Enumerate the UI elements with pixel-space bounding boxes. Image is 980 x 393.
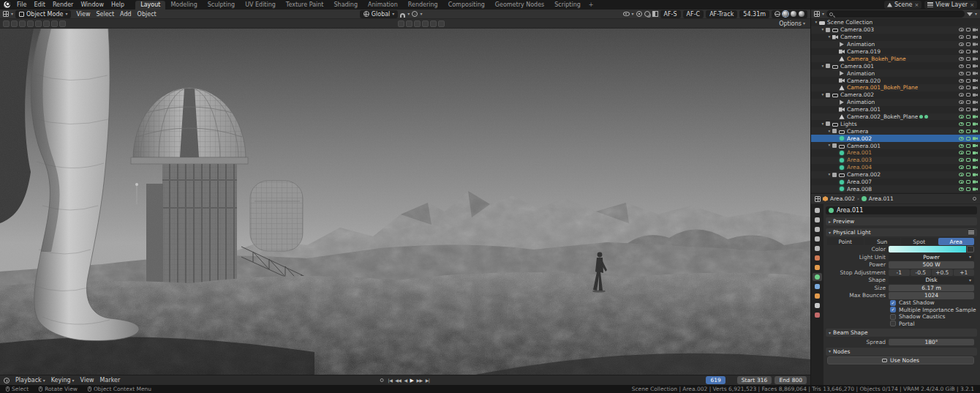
outliner-row-area-007[interactable]: Area.007: [811, 179, 980, 186]
workspace-tab-sculpting[interactable]: Sculpting: [203, 1, 240, 10]
overlays-icon[interactable]: [644, 11, 650, 17]
disable-in-renders-toggle-icon[interactable]: [973, 180, 978, 184]
mode-dropdown[interactable]: Object Mode ▾: [15, 10, 71, 18]
timeline-menu-playback[interactable]: Playback▾: [12, 377, 48, 383]
disable-in-renders-toggle-icon[interactable]: [973, 35, 978, 39]
outliner-row-camera-002[interactable]: ▾Camera.002: [811, 91, 980, 99]
current-frame-field[interactable]: 619: [706, 376, 725, 384]
outliner-row-camera-001[interactable]: ▾Camera.001: [811, 142, 980, 149]
hide-in-viewport-toggle-icon[interactable]: [959, 115, 964, 119]
hide-in-viewport-toggle-icon[interactable]: [959, 50, 964, 53]
disable-in-viewports-toggle-icon[interactable]: [966, 122, 970, 126]
transform-tool-icon[interactable]: [51, 20, 58, 27]
disable-in-viewports-toggle-icon[interactable]: [966, 42, 970, 46]
timeline-menu-keying[interactable]: Keying▾: [48, 377, 78, 383]
blender-logo-icon[interactable]: [4, 1, 10, 8]
properties-tab-output[interactable]: [813, 225, 822, 233]
disable-in-viewports-toggle-icon[interactable]: [966, 79, 970, 83]
filter-caret-icon[interactable]: ▾: [975, 12, 977, 16]
menu-window[interactable]: Window: [77, 1, 108, 8]
workspace-tab-shading[interactable]: Shading: [328, 1, 363, 10]
proportional-caret-icon[interactable]: ▾: [420, 12, 422, 16]
disable-in-viewports-toggle-icon[interactable]: [966, 165, 970, 169]
timeline-menu-view[interactable]: View: [78, 377, 97, 383]
play-reverse-button[interactable]: ◀: [403, 378, 407, 383]
scale-tool-icon[interactable]: [43, 20, 50, 27]
options-dropdown[interactable]: Options ▾: [777, 20, 807, 27]
orientation-option-icon[interactable]: [398, 20, 404, 27]
outliner-row-animation[interactable]: Animation: [811, 99, 980, 106]
menu-edit[interactable]: Edit: [30, 1, 49, 8]
disable-in-viewports-toggle-icon[interactable]: [966, 180, 970, 184]
expander-icon[interactable]: ▾: [826, 35, 832, 40]
menu-render[interactable]: Render: [49, 1, 77, 8]
snap-magnet-icon[interactable]: [400, 13, 405, 18]
viewport-menu-select[interactable]: Select: [93, 11, 117, 18]
hide-in-viewport-toggle-icon[interactable]: [959, 64, 964, 68]
outliner-row-camera-019[interactable]: Camera.019: [811, 48, 980, 56]
presets-icon[interactable]: [968, 231, 974, 234]
outliner-row-camera[interactable]: ▾Camera: [811, 127, 980, 135]
disable-in-renders-toggle-icon[interactable]: [973, 151, 978, 154]
adjust-1-button[interactable]: -1: [889, 269, 910, 277]
jump-to-start-button[interactable]: |◀: [388, 378, 393, 383]
collection-checkbox[interactable]: [826, 64, 830, 68]
outliner-row-camera-003[interactable]: ▾Camera.003: [811, 26, 980, 34]
overlay-option-icon[interactable]: [430, 20, 437, 27]
disable-in-viewports-toggle-icon[interactable]: [966, 50, 970, 53]
collection-checkbox[interactable]: [826, 93, 830, 97]
workspace-tab-layout[interactable]: Layout: [135, 1, 165, 10]
expander-icon[interactable]: ▾: [826, 173, 832, 177]
disable-in-renders-toggle-icon[interactable]: [973, 86, 978, 89]
properties-tab-object[interactable]: [813, 263, 822, 272]
properties-tab-world[interactable]: [813, 254, 822, 262]
hide-in-viewport-toggle-icon[interactable]: [959, 165, 964, 169]
start-frame-field[interactable]: Start 316: [737, 376, 772, 384]
hide-in-viewport-toggle-icon[interactable]: [959, 130, 964, 133]
material-shading-icon[interactable]: [791, 11, 796, 17]
disable-in-renders-toggle-icon[interactable]: [973, 137, 978, 141]
properties-tab-render[interactable]: [813, 216, 822, 224]
viewport-menu-object[interactable]: Object: [135, 11, 159, 18]
disable-in-viewports-toggle-icon[interactable]: [966, 86, 970, 89]
orientation-dropdown[interactable]: Global ▾: [360, 10, 399, 18]
visibility-caret-icon[interactable]: ▾: [632, 12, 634, 16]
hide-in-viewport-toggle-icon[interactable]: [959, 86, 964, 89]
properties-tab-material[interactable]: [813, 311, 822, 319]
gizmos-icon[interactable]: [636, 11, 642, 17]
hide-in-viewport-toggle-icon[interactable]: [959, 137, 964, 141]
light-type-point-button[interactable]: Point: [827, 238, 864, 245]
outliner-row-camera[interactable]: ▾Camera: [811, 34, 980, 41]
snap-caret-icon[interactable]: ▾: [407, 12, 410, 16]
proportional-edit-icon[interactable]: [412, 11, 418, 17]
viewport-canvas[interactable]: [0, 29, 810, 375]
disable-in-viewports-toggle-icon[interactable]: [966, 151, 970, 154]
hide-in-viewport-toggle-icon[interactable]: [959, 180, 964, 184]
tweak-tool-icon[interactable]: [3, 20, 10, 27]
end-frame-field[interactable]: End 800: [774, 376, 807, 384]
menu-file[interactable]: File: [13, 1, 30, 8]
collection-checkbox[interactable]: [832, 143, 837, 148]
shape-dropdown[interactable]: Disk▾: [889, 277, 974, 284]
adjust-0-5-button[interactable]: +0.5: [932, 269, 953, 277]
wireframe-shading-icon[interactable]: [774, 11, 780, 17]
properties-tab-particles[interactable]: [813, 292, 822, 300]
disable-in-renders-toggle-icon[interactable]: [973, 158, 978, 162]
properties-tab-scene[interactable]: [813, 244, 822, 252]
jump-to-end-button[interactable]: ▶|: [425, 378, 431, 383]
hide-in-viewport-toggle-icon[interactable]: [959, 72, 964, 75]
disable-in-renders-toggle-icon[interactable]: [973, 64, 978, 68]
extras-option-icon[interactable]: [438, 20, 445, 27]
disable-in-renders-toggle-icon[interactable]: [973, 72, 978, 75]
hide-in-viewport-toggle-icon[interactable]: [959, 42, 964, 46]
disable-in-viewports-toggle-icon[interactable]: [966, 72, 970, 75]
scene-unlink-icon[interactable]: ×: [914, 2, 919, 8]
adjust-0-5-button[interactable]: -0.5: [911, 269, 932, 277]
disable-in-renders-toggle-icon[interactable]: [973, 122, 978, 126]
disable-in-viewports-toggle-icon[interactable]: [966, 93, 970, 97]
outliner-row-area-004[interactable]: Area.004: [811, 164, 980, 171]
workspace-tab-rendering[interactable]: Rendering: [403, 1, 443, 10]
outliner-row-camera-001[interactable]: ▾Camera.001: [811, 62, 980, 70]
disable-in-renders-toggle-icon[interactable]: [973, 187, 978, 191]
hide-in-viewport-toggle-icon[interactable]: [959, 57, 964, 61]
